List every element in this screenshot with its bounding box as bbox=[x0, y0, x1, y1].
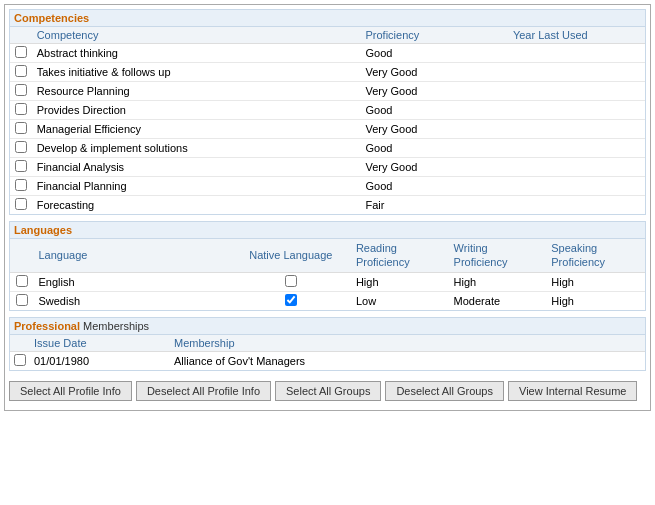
competency-checkbox[interactable] bbox=[15, 198, 27, 210]
competency-checkbox[interactable] bbox=[15, 84, 27, 96]
speaking-proficiency: High bbox=[547, 291, 645, 310]
competency-year bbox=[509, 158, 645, 177]
competencies-table: Competency Proficiency Year Last Used Ab… bbox=[10, 27, 645, 214]
competencies-section: Competencies Competency Proficiency Year… bbox=[9, 9, 646, 215]
table-row: Financial Planning Good bbox=[10, 177, 645, 196]
groups-buttons-row: Select All Groups Deselect All Groups bbox=[275, 381, 504, 401]
language-checkbox-cell[interactable] bbox=[10, 272, 34, 291]
competency-name: Develop & implement solutions bbox=[33, 139, 362, 158]
competency-proficiency: Very Good bbox=[362, 63, 509, 82]
competency-checkbox-cell[interactable] bbox=[10, 177, 33, 196]
writing-proficiency: Moderate bbox=[450, 291, 548, 310]
issue-date-col-header: Issue Date bbox=[30, 335, 170, 352]
language-name: Swedish bbox=[34, 291, 229, 310]
competency-year bbox=[509, 139, 645, 158]
profile-buttons-row: Select All Profile Info Deselect All Pro… bbox=[9, 381, 271, 401]
resume-buttons-row: View Internal Resume bbox=[508, 381, 637, 401]
table-row: English High High High bbox=[10, 272, 645, 291]
competency-name: Abstract thinking bbox=[33, 44, 362, 63]
native-language-checkbox[interactable] bbox=[285, 294, 297, 306]
language-name: English bbox=[34, 272, 229, 291]
language-checkbox-cell[interactable] bbox=[10, 291, 34, 310]
competency-name: Provides Direction bbox=[33, 101, 362, 120]
year-col-header: Year Last Used bbox=[509, 27, 645, 44]
competency-year bbox=[509, 82, 645, 101]
membership-checkbox-cell[interactable] bbox=[10, 351, 30, 370]
memberships-table: Issue Date Membership 01/01/1980 Allianc… bbox=[10, 335, 645, 370]
competency-checkbox[interactable] bbox=[15, 103, 27, 115]
deselect-all-profile-button[interactable]: Deselect All Profile Info bbox=[136, 381, 271, 401]
competency-checkbox[interactable] bbox=[15, 141, 27, 153]
main-container: Competencies Competency Proficiency Year… bbox=[4, 4, 651, 411]
memberships-title-professional: Professional bbox=[14, 320, 80, 332]
reading-proficiency: High bbox=[352, 272, 450, 291]
competency-checkbox-cell[interactable] bbox=[10, 101, 33, 120]
competency-checkbox-cell[interactable] bbox=[10, 63, 33, 82]
memberships-header: Professional Memberships bbox=[10, 318, 645, 335]
competency-checkbox-cell[interactable] bbox=[10, 82, 33, 101]
lang-check-header bbox=[10, 239, 34, 272]
competency-year bbox=[509, 177, 645, 196]
competency-checkbox-cell[interactable] bbox=[10, 196, 33, 215]
membership-col-header: Membership bbox=[170, 335, 645, 352]
select-all-groups-button[interactable]: Select All Groups bbox=[275, 381, 381, 401]
languages-title: Languages bbox=[14, 224, 72, 236]
competency-checkbox[interactable] bbox=[15, 160, 27, 172]
membership-check-header bbox=[10, 335, 30, 352]
language-checkbox[interactable] bbox=[16, 294, 28, 306]
competency-year bbox=[509, 63, 645, 82]
competency-checkbox-cell[interactable] bbox=[10, 120, 33, 139]
competency-checkbox-cell[interactable] bbox=[10, 44, 33, 63]
native-checkbox-cell[interactable] bbox=[230, 272, 352, 291]
competencies-header: Competencies bbox=[10, 10, 645, 27]
table-row: Provides Direction Good bbox=[10, 101, 645, 120]
table-row: Financial Analysis Very Good bbox=[10, 158, 645, 177]
competency-year bbox=[509, 44, 645, 63]
view-internal-resume-button[interactable]: View Internal Resume bbox=[508, 381, 637, 401]
competency-checkbox[interactable] bbox=[15, 65, 27, 77]
competency-name: Financial Planning bbox=[33, 177, 362, 196]
competency-name: Takes initiative & follows up bbox=[33, 63, 362, 82]
table-row: Swedish Low Moderate High bbox=[10, 291, 645, 310]
table-row: Forecasting Fair bbox=[10, 196, 645, 215]
speaking-col-header: Speaking Proficiency bbox=[547, 239, 645, 272]
competency-checkbox-cell[interactable] bbox=[10, 158, 33, 177]
competency-proficiency: Good bbox=[362, 139, 509, 158]
competency-proficiency: Good bbox=[362, 44, 509, 63]
competency-checkbox[interactable] bbox=[15, 179, 27, 191]
writing-col-header: Writing Proficiency bbox=[450, 239, 548, 272]
competency-name: Forecasting bbox=[33, 196, 362, 215]
bottom-buttons: Select All Profile Info Deselect All Pro… bbox=[9, 377, 646, 406]
membership-checkbox[interactable] bbox=[14, 354, 26, 366]
table-row: Managerial Efficiency Very Good bbox=[10, 120, 645, 139]
issue-date: 01/01/1980 bbox=[30, 351, 170, 370]
competency-proficiency: Good bbox=[362, 101, 509, 120]
reading-col-header: Reading Proficiency bbox=[352, 239, 450, 272]
memberships-title-rest: Memberships bbox=[80, 320, 149, 332]
native-checkbox-cell[interactable] bbox=[230, 291, 352, 310]
competency-year bbox=[509, 196, 645, 215]
competency-proficiency: Good bbox=[362, 177, 509, 196]
competency-checkbox[interactable] bbox=[15, 46, 27, 58]
deselect-all-groups-button[interactable]: Deselect All Groups bbox=[385, 381, 504, 401]
table-row: 01/01/1980 Alliance of Gov't Managers bbox=[10, 351, 645, 370]
writing-proficiency: High bbox=[450, 272, 548, 291]
competency-check-header bbox=[10, 27, 33, 44]
table-row: Resource Planning Very Good bbox=[10, 82, 645, 101]
languages-header: Languages bbox=[10, 222, 645, 239]
speaking-proficiency: High bbox=[547, 272, 645, 291]
native-col-header: Native Language bbox=[230, 239, 352, 272]
competency-checkbox-cell[interactable] bbox=[10, 139, 33, 158]
memberships-section: Professional Memberships Issue Date Memb… bbox=[9, 317, 646, 371]
membership-name: Alliance of Gov't Managers bbox=[170, 351, 645, 370]
competency-proficiency: Very Good bbox=[362, 82, 509, 101]
competency-proficiency: Very Good bbox=[362, 120, 509, 139]
competency-checkbox[interactable] bbox=[15, 122, 27, 134]
competency-name: Managerial Efficiency bbox=[33, 120, 362, 139]
language-checkbox[interactable] bbox=[16, 275, 28, 287]
native-language-checkbox[interactable] bbox=[285, 275, 297, 287]
select-all-profile-button[interactable]: Select All Profile Info bbox=[9, 381, 132, 401]
table-row: Abstract thinking Good bbox=[10, 44, 645, 63]
competency-col-header: Competency bbox=[33, 27, 362, 44]
competency-year bbox=[509, 120, 645, 139]
